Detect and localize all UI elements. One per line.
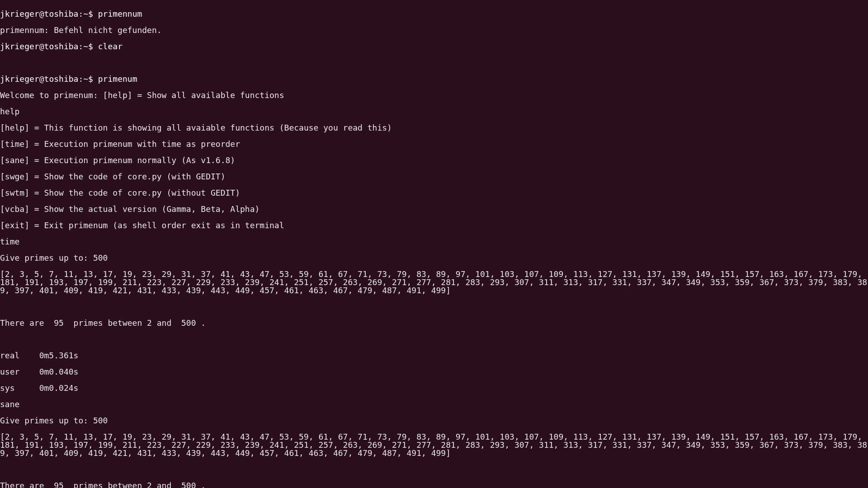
prompt-line-1: jkrieger@toshiba:~$ primennum <box>0 10 868 18</box>
timing-sys: sys 0m0.024s <box>0 384 868 392</box>
blank-line <box>0 335 868 343</box>
primes-count-1: There are 95 primes between 2 and 500 . <box>0 319 868 327</box>
typed-command-1: primennum <box>98 9 142 19</box>
help-line-help: [help] = This function is showing all av… <box>0 124 868 132</box>
prompt-path: ~ <box>83 74 88 84</box>
blank-line <box>0 59 868 67</box>
help-line-time: [time] = Execution primenum with time as… <box>0 140 868 148</box>
help-line-swge: [swge] = Show the code of core.py (with … <box>0 173 868 181</box>
help-line-vcba: [vcba] = Show the actual version (Gamma,… <box>0 205 868 213</box>
prompt-user: jkrieger <box>0 74 39 84</box>
prompt-symbol: $ <box>88 74 93 84</box>
prompt-symbol: $ <box>88 42 93 51</box>
typed-command-2: clear <box>98 42 123 51</box>
help-line-sane: [sane] = Execution primenum normally (As… <box>0 156 868 164</box>
blank-line <box>0 465 868 474</box>
terminal-window[interactable]: jkrieger@toshiba:~$ primennum primennum:… <box>0 0 868 488</box>
prompt-host: toshiba <box>44 74 79 84</box>
blank-line <box>0 303 868 311</box>
output-welcome: Welcome to primenum: [help] = Show all a… <box>0 91 868 99</box>
prompt-host: toshiba <box>44 9 79 19</box>
user-input-help: help <box>0 108 868 116</box>
prompt-user: jkrieger <box>0 9 39 19</box>
give-primes-prompt-1: Give primes up to: 500 <box>0 254 868 262</box>
primes-count-2: There are 95 primes between 2 and 500 . <box>0 482 868 488</box>
give-primes-prompt-2: Give primes up to: 500 <box>0 417 868 425</box>
prompt-path: ~ <box>83 9 88 19</box>
primes-output-2: [2, 3, 5, 7, 11, 13, 17, 19, 23, 29, 31,… <box>0 433 868 457</box>
prompt-symbol: $ <box>88 9 93 19</box>
output-error-1: primennum: Befehl nicht gefunden. <box>0 26 868 34</box>
prompt-line-2: jkrieger@toshiba:~$ clear <box>0 42 868 51</box>
timing-real: real 0m5.361s <box>0 352 868 360</box>
timing-user: user 0m0.040s <box>0 368 868 376</box>
prompt-user: jkrieger <box>0 42 39 51</box>
user-input-time: time <box>0 238 868 246</box>
prompt-line-3: jkrieger@toshiba:~$ primenum <box>0 75 868 83</box>
typed-command-3: primenum <box>98 74 137 84</box>
prompt-path: ~ <box>83 42 88 51</box>
help-line-swtm: [swtm] = Show the code of core.py (witho… <box>0 189 868 197</box>
primes-output-1: [2, 3, 5, 7, 11, 13, 17, 19, 23, 29, 31,… <box>0 270 868 295</box>
prompt-host: toshiba <box>44 42 79 51</box>
help-line-exit: [exit] = Exit primenum (as shell order e… <box>0 221 868 230</box>
user-input-sane: sane <box>0 400 868 408</box>
